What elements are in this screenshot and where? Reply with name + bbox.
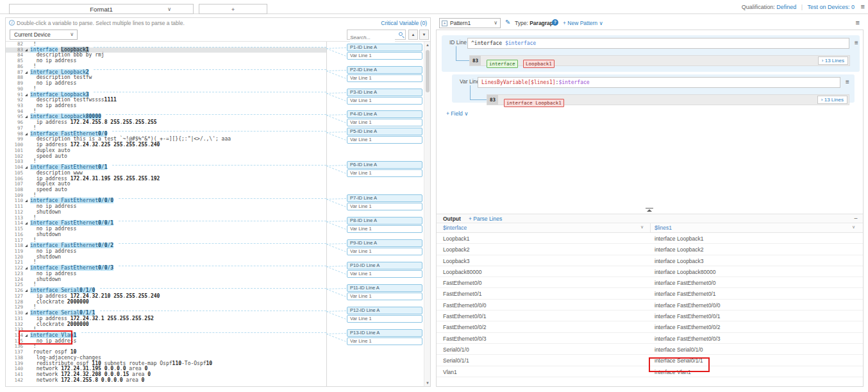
var-line-badge[interactable]: Var Line 1 — [347, 169, 422, 177]
collapse-triangle-icon[interactable] — [25, 49, 28, 51]
menu-icon[interactable]: ≡ — [861, 3, 865, 10]
chevron-down-icon[interactable]: ∨ — [640, 225, 644, 230]
id-line-badge[interactable]: P11-ID Line A — [347, 284, 422, 292]
collapse-triangle-icon[interactable] — [25, 115, 28, 118]
var-line-badge[interactable]: Var Line 1 — [347, 136, 422, 144]
variable-token[interactable]: Loopback1 — [523, 60, 555, 68]
id-line-badge[interactable]: P6-ID Line A — [347, 161, 422, 169]
collapse-triangle-icon[interactable] — [25, 289, 28, 292]
search-icon[interactable] — [399, 32, 403, 36]
config-line[interactable]: 116 shutdown — [6, 232, 326, 238]
collapse-triangle-icon[interactable] — [25, 267, 28, 269]
var-line-match-row[interactable]: 83 interface Loopback1 › 13 Lines — [487, 94, 849, 105]
var-line-menu-icon[interactable]: ≡ — [846, 78, 849, 85]
search-prev-button[interactable]: ▲ — [408, 30, 418, 40]
tab-add-format[interactable]: + — [199, 4, 267, 14]
variable-token[interactable]: interface Loopback1 — [504, 99, 564, 107]
id-line-badge[interactable]: P5-ID Line A — [347, 128, 422, 135]
id-line-badge[interactable]: P12-ID Line A — [347, 307, 422, 314]
id-line-badge[interactable]: P8-ID Line A — [347, 217, 422, 225]
id-line-badge[interactable]: P1-ID Line A — [347, 44, 422, 51]
output-row[interactable]: FastEthernet0/0/1interface FastEthernet0… — [437, 311, 863, 321]
config-line[interactable]: 142 network 172.24.255.8 0.0.0.0 area 0 — [6, 378, 326, 384]
collapse-triangle-icon[interactable] — [25, 71, 28, 74]
collapse-triangle-icon[interactable] — [25, 94, 28, 96]
output-row[interactable]: Loopback2interface Loopback2 — [437, 244, 863, 255]
output-row[interactable]: FastEthernet0/0/3interface FastEthernet0… — [437, 333, 863, 344]
config-line[interactable]: 120 shutdown — [6, 255, 326, 260]
add-field-button[interactable]: + Field ∨ — [446, 110, 468, 117]
collapse-triangle-icon[interactable] — [25, 222, 28, 225]
id-line-badge[interactable]: P13-ID Line A — [347, 329, 422, 337]
id-line-badge[interactable]: P9-ID Line A — [347, 239, 422, 247]
collapse-triangle-icon[interactable] — [25, 133, 28, 135]
id-line-badge[interactable]: P10-ID Line A — [347, 262, 422, 269]
output-row[interactable]: Loopback3interface Loopback3 — [437, 255, 863, 266]
id-line-badge[interactable]: P4-ID Line A — [347, 110, 422, 118]
var-line-badge[interactable]: Var Line 1 — [347, 337, 422, 345]
output-row[interactable]: Serial0/1/0interface Serial0/1/0 — [437, 344, 863, 355]
scroll-up-icon[interactable]: ▲ — [424, 43, 430, 47]
chevron-down-icon[interactable]: ∨ — [852, 225, 855, 230]
id-line-expression-input[interactable]: ^interface $interface — [467, 38, 849, 49]
config-line[interactable]: 108 speed auto — [6, 187, 326, 193]
id-line-badge[interactable]: P2-ID Line A — [347, 66, 422, 74]
keyword-token[interactable]: interface — [487, 60, 518, 68]
config-line[interactable]: 124 shutdown — [6, 277, 326, 283]
output-row[interactable]: Loopback80000interface Loopback80000 — [437, 266, 863, 277]
scroll-down-icon[interactable]: ▼ — [424, 381, 430, 385]
var-line-expression-input[interactable]: LinesByVariable[$lines1]:$interface — [478, 77, 840, 88]
output-row[interactable]: FastEthernet0/0interface FastEthernet0/0 — [437, 277, 863, 288]
column-header-lines1[interactable]: $lines1 — [655, 225, 672, 231]
var-line-badge[interactable]: Var Line 1 — [347, 74, 422, 82]
output-row[interactable]: Loopback1interface Loopback1 — [437, 233, 863, 244]
config-line[interactable]: 112 shutdown — [6, 210, 326, 216]
scrollbar-thumb[interactable] — [426, 50, 430, 92]
id-line-badge[interactable]: P3-ID Line A — [347, 89, 422, 96]
search-input[interactable] — [350, 33, 395, 42]
editor-scrollbar[interactable]: ▲ ▼ — [424, 42, 430, 386]
id-line-expand-link[interactable]: › 13 Lines — [818, 56, 848, 65]
tab-format1[interactable]: Format1 ∨ — [9, 4, 194, 14]
config-line[interactable]: 89 no ip address — [6, 81, 326, 87]
critical-variable-link[interactable]: Critical Variable (0) — [381, 20, 427, 26]
var-line-badge[interactable]: Var Line 1 — [347, 293, 422, 300]
config-line[interactable]: 102 speed auto — [6, 154, 326, 160]
config-line[interactable]: 93 no ip address — [6, 103, 326, 109]
var-line-badge[interactable]: Var Line 1 — [347, 52, 422, 60]
config-line[interactable]: 132 clockrate 2000000 — [6, 322, 326, 328]
id-line-match-row[interactable]: 83 interface Loopback1 › 13 Lines — [469, 55, 850, 66]
new-pattern-button[interactable]: + New Pattern ∨ — [563, 20, 603, 26]
var-line-badge[interactable]: Var Line 1 — [347, 97, 422, 105]
config-line[interactable]: 85 no ip address — [6, 58, 326, 64]
var-line-badge[interactable]: Var Line 1 — [347, 248, 422, 255]
var-line-expand-link[interactable]: › 13 Lines — [817, 96, 847, 104]
var-line-badge[interactable]: Var Line 1 — [347, 225, 422, 233]
collapse-output-icon[interactable] — [646, 208, 653, 212]
output-row[interactable]: FastEthernet0/0/2interface FastEthernet0… — [437, 321, 863, 332]
output-row[interactable]: FastEthernet0/1interface FastEthernet0/1 — [437, 288, 863, 299]
collapse-triangle-icon[interactable] — [25, 200, 28, 202]
output-row[interactable]: FastEthernet0/0/0interface FastEthernet0… — [437, 300, 863, 311]
test-on-devices-link[interactable]: Test on Devices: 0 — [807, 4, 855, 10]
id-line-badge[interactable]: P7-ID Line A — [347, 194, 422, 202]
var-line-badge[interactable]: Var Line 1 — [347, 315, 422, 323]
collapse-triangle-icon[interactable] — [25, 312, 28, 314]
qualification-defined-link[interactable]: Defined — [776, 4, 796, 10]
help-icon[interactable]: ? — [552, 19, 558, 26]
parse-lines-button[interactable]: + Parse Lines — [469, 216, 502, 222]
search-next-button[interactable]: ▼ — [419, 30, 429, 40]
var-line-badge[interactable]: Var Line 1 — [347, 119, 422, 126]
collapse-triangle-icon[interactable] — [25, 166, 28, 169]
collapse-triangle-icon[interactable] — [25, 244, 28, 247]
var-line-badge[interactable]: Var Line 1 — [347, 270, 422, 278]
device-selector[interactable]: Current Device ∨ — [10, 30, 78, 40]
pattern-selector[interactable]: + Pattern1 ∨ — [439, 18, 501, 28]
chevron-down-icon[interactable]: ∨ — [167, 4, 171, 14]
config-line[interactable]: 128 clockrate 2000000 — [6, 300, 326, 305]
pattern-menu-icon[interactable]: ≡ — [856, 19, 860, 26]
column-header-interface[interactable]: $interface — [443, 225, 467, 231]
edit-pattern-icon[interactable]: ✎ — [505, 19, 510, 26]
config-editor[interactable]: ▲ ▼ 82 !83interface Loopback184 descript… — [6, 42, 430, 386]
minimize-output-icon[interactable]: − — [854, 215, 858, 222]
